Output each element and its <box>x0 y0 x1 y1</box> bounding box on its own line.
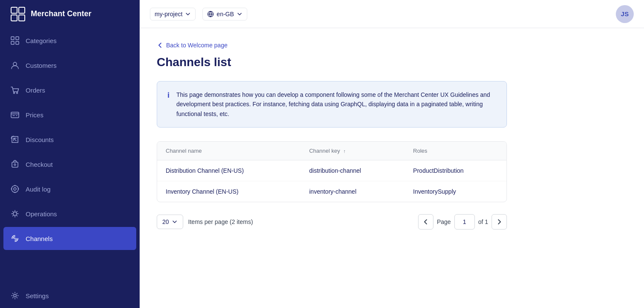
svg-point-16 <box>14 188 16 190</box>
page-input[interactable] <box>454 214 475 230</box>
avatar[interactable]: JS <box>616 5 634 23</box>
sidebar-item-label: Channels <box>26 235 53 242</box>
sidebar-item-checkout[interactable]: Checkout <box>0 152 140 177</box>
next-page-button[interactable] <box>492 214 507 230</box>
main-content: Back to Welcome page Channels list i Thi… <box>140 28 644 308</box>
topbar-right: JS <box>616 5 634 23</box>
topbar: Merchant Center my-project en-GB <box>0 0 644 28</box>
svg-rect-7 <box>11 41 14 44</box>
svg-point-19 <box>14 294 16 297</box>
page-nav: Page of 1 <box>418 214 507 230</box>
svg-rect-3 <box>19 15 25 21</box>
svg-rect-6 <box>16 37 19 40</box>
table-header: Channel name Channel key ↑ Roles <box>157 142 506 160</box>
table: Channel name Channel key ↑ Roles <box>157 142 506 202</box>
sidebar-item-prices[interactable]: Prices <box>0 102 140 127</box>
per-page-value: 20 <box>162 218 169 225</box>
svg-point-11 <box>17 93 18 94</box>
chevron-right-icon <box>496 218 503 225</box>
sidebar-logo-area: Merchant Center <box>0 0 140 28</box>
chevron-left-icon <box>422 218 429 225</box>
prices-icon <box>10 110 20 119</box>
svg-rect-0 <box>11 7 17 13</box>
svg-point-10 <box>14 93 15 94</box>
app-title: Merchant Center <box>31 9 91 18</box>
channels-icon <box>10 234 20 243</box>
sidebar-item-label: Settings <box>26 292 49 299</box>
sidebar-item-categories[interactable]: Categories <box>0 28 140 53</box>
sort-asc-icon: ↑ <box>343 148 346 154</box>
back-link[interactable]: Back to Welcome page <box>157 42 507 49</box>
back-link-label: Back to Welcome page <box>166 42 228 49</box>
topbar-controls: my-project en-GB <box>140 8 247 20</box>
per-page-select[interactable]: 20 <box>157 215 183 229</box>
project-name: my-project <box>155 11 182 17</box>
sidebar-bottom: Settings <box>0 283 140 308</box>
column-header-key[interactable]: Channel key ↑ <box>301 142 404 160</box>
topbar-left: Merchant Center my-project en-GB <box>0 0 247 28</box>
globe-icon <box>207 11 214 17</box>
channels-table: Channel name Channel key ↑ Roles <box>157 141 507 202</box>
cell-channel-name: Distribution Channel (EN-US) <box>157 160 301 181</box>
sidebar-item-customers[interactable]: Customers <box>0 53 140 78</box>
svg-point-15 <box>12 186 18 192</box>
prev-page-button[interactable] <box>418 214 433 230</box>
table-body: Distribution Channel (EN-US) distributio… <box>157 160 506 202</box>
sidebar-item-label: Categories <box>26 37 57 44</box>
svg-point-9 <box>13 62 17 66</box>
sidebar-item-discounts[interactable]: Discounts <box>0 127 140 152</box>
discounts-icon <box>10 135 20 144</box>
cell-roles: ProductDistribution <box>404 160 506 181</box>
arrow-left-icon <box>157 42 164 49</box>
project-selector[interactable]: my-project <box>150 8 196 20</box>
sidebar-item-label: Checkout <box>26 161 53 168</box>
sidebar: Categories Customers <box>0 28 140 308</box>
sidebar-item-settings[interactable]: Settings <box>0 283 140 308</box>
chevron-down-icon-lang <box>237 11 243 17</box>
categories-icon <box>10 36 20 45</box>
settings-icon <box>10 291 20 300</box>
audit-icon <box>10 184 20 194</box>
cell-channel-key: inventory-channel <box>301 181 404 202</box>
chevron-down-icon-perpage <box>172 219 178 225</box>
language-label: en-GB <box>217 11 234 17</box>
info-icon: i <box>167 91 170 119</box>
sidebar-item-label: Operations <box>26 210 57 218</box>
sidebar-item-label: Customers <box>26 62 57 69</box>
column-header-roles: Roles <box>404 142 506 160</box>
table-row[interactable]: Inventory Channel (EN-US) inventory-chan… <box>157 181 506 202</box>
chevron-down-icon <box>185 11 191 17</box>
svg-point-17 <box>13 212 17 215</box>
logo-icon <box>10 6 26 22</box>
column-header-name: Channel name <box>157 142 301 160</box>
cell-roles: InventorySupply <box>404 181 506 202</box>
page-of-label: of 1 <box>478 218 488 225</box>
info-box: i This page demonstrates how you can dev… <box>157 81 507 128</box>
sidebar-item-channels[interactable]: Channels <box>3 227 136 250</box>
sidebar-item-orders[interactable]: Orders <box>0 78 140 102</box>
svg-rect-12 <box>11 112 19 118</box>
cell-channel-name: Inventory Channel (EN-US) <box>157 181 301 202</box>
operations-icon <box>10 209 20 218</box>
pagination: 20 Items per page (2 items) Page <box>157 214 507 230</box>
page-title: Channels list <box>157 55 507 69</box>
customers-icon <box>10 61 20 70</box>
svg-rect-1 <box>19 7 25 13</box>
sidebar-item-audit-log[interactable]: Audit log <box>0 177 140 201</box>
svg-point-14 <box>14 164 16 166</box>
table-row[interactable]: Distribution Channel (EN-US) distributio… <box>157 160 506 181</box>
sidebar-item-label: Prices <box>26 111 44 119</box>
sidebar-item-operations[interactable]: Operations <box>0 201 140 226</box>
svg-rect-13 <box>12 162 18 167</box>
sidebar-item-label: Orders <box>26 87 45 94</box>
checkout-icon <box>10 160 20 169</box>
svg-rect-8 <box>16 41 19 44</box>
info-text: This page demonstrates how you can devel… <box>176 90 496 119</box>
svg-rect-5 <box>11 37 14 40</box>
sidebar-item-label: Audit log <box>26 186 50 193</box>
svg-point-18 <box>15 238 16 239</box>
sidebar-item-label: Discounts <box>26 136 54 143</box>
language-selector[interactable]: en-GB <box>202 8 247 20</box>
items-label: Items per page (2 items) <box>188 218 253 225</box>
svg-rect-2 <box>11 15 17 21</box>
